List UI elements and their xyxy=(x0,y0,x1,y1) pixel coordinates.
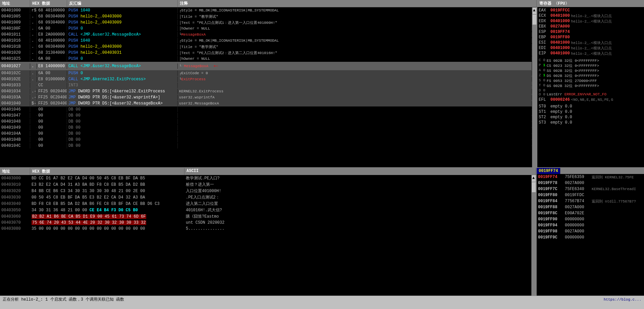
reg-desc-edi: hello-2_.<模块入口点 xyxy=(571,46,612,51)
cell-addr: 0040104B xyxy=(0,137,30,142)
table-row[interactable]: 00401049 00 DB 00 xyxy=(0,125,532,131)
cell-hex: 00 xyxy=(37,107,67,112)
cell-hex: 68 40100000 xyxy=(37,38,67,43)
table-row[interactable]: 0040104B 00 DB 00 xyxy=(0,137,532,143)
table-row[interactable]: 00401011 . E8 2A000000 CALL <JMP.&user32… xyxy=(0,32,532,38)
hex-ascii: 桩偿？进入第一 xyxy=(184,181,531,188)
reg-name-eip: EIP xyxy=(539,51,550,56)
table-row[interactable]: 00401048 00 DB 00 xyxy=(0,119,532,125)
table-row[interactable]: 00401047 00 DB 00 xyxy=(0,113,532,119)
table-row[interactable]: 0040104C 00 DB 00 xyxy=(0,143,532,149)
cell-comment: ┌Style = MB_OK|MB_ICONASTERISK|MB_SYSTEM… xyxy=(178,38,532,43)
table-row[interactable]: 00401033 CC INT3 xyxy=(0,82,532,88)
cell-disasm: DB 00 xyxy=(67,143,178,148)
table-row[interactable]: 00401040 $- FF25 08204000 JMP DWORD PTR … xyxy=(0,100,532,106)
reg-row-efl: EFL 00000246 <NO,NB,E,BE,NS,PE,G xyxy=(538,97,643,102)
list-item[interactable]: 00403000 BD CC D1 A7 B2 E2 CA D4 00 50 4… xyxy=(0,175,531,181)
list-item[interactable]: 00403010 E3 B2 E2 CA D4 31 A3 BA BD F8 C… xyxy=(0,181,531,188)
cell-dot: . xyxy=(30,63,37,69)
stack-row[interactable]: 0019FF94 00000000 xyxy=(537,222,644,228)
cell-dot xyxy=(30,121,37,122)
cell-comment: └ExitProcess xyxy=(178,77,532,82)
stack-val: 0019FFDC xyxy=(565,193,592,197)
table-row[interactable]: 00401020 . 68 31304000 PUSH hello-2_.004… xyxy=(0,50,532,56)
table-row[interactable]: 00401027 . E8 14000000 CALL <JMP.&user32… xyxy=(0,62,532,70)
fpu-st0-val: empty 0.0 xyxy=(550,104,572,109)
flag-o: O 0 xyxy=(539,92,545,96)
stack-row[interactable]: 0019FF84 77567B74 返回到 ntdll.77567B7? xyxy=(537,198,644,204)
cell-comment: user32.MessageBoxA xyxy=(178,101,532,106)
stack-row[interactable]: 0019FF80 0019FFDC xyxy=(537,192,644,198)
cell-disasm: CALL <JMP.&user32.MessageBoxA> xyxy=(67,32,178,37)
hex-addr: 00403050 xyxy=(0,208,30,213)
hex-col-hex: HEX 数据 xyxy=(30,168,184,175)
list-item[interactable]: 00403060 B2 B2 A1 B6 BE CA B5 D1 E9 00 4… xyxy=(0,213,531,220)
stack-addr: 0019FF90 xyxy=(538,217,565,222)
table-row[interactable]: 0040102E . E8 01000000 CALL <JMP.&kernel… xyxy=(0,76,532,82)
table-row[interactable]: 0040103A .- FF25 0C204000 JMP DWORD PTR … xyxy=(0,94,532,100)
disasm-scrollbar[interactable]: ▲ xyxy=(532,7,537,167)
cell-disasm: DB 00 xyxy=(67,119,178,124)
hex-data: E3 B2 E2 CA D4 31 A3 BA BD F8 C8 EB B5 D… xyxy=(30,182,184,187)
table-row[interactable]: 00401000 r$ 68 40100000 PUSH 1040 ┌Style… xyxy=(0,7,532,13)
cell-dot: . xyxy=(30,38,37,43)
list-item[interactable]: 00403070 75 6E 74 20 43 53 44 4E 20 32 3… xyxy=(0,220,531,226)
list-item[interactable]: 00403050 34 30 31 36 48 21 00 00 CE E4 B… xyxy=(0,207,531,213)
table-row[interactable]: 0040100F . 6A 00 PUSH 0 │hOwner = NULL xyxy=(0,26,532,32)
reg-row-eip: EIP 00401000 hello-2_.<模块入口点 xyxy=(538,51,643,56)
list-item[interactable]: 00403080 35 00 00 00 00 00 00 00 00 00 0… xyxy=(0,226,531,232)
table-row[interactable]: 0040102C . 6A 00 PUSH 0 ┌ExitCode = 0 xyxy=(0,70,532,76)
stack-row[interactable]: 0019FF7C 75FE6340 KERNEL32.BaseThreadI xyxy=(537,186,644,192)
hex-scrollbar[interactable]: ▲ xyxy=(531,175,536,296)
reg-row-eax: EAX 0019FFCC xyxy=(538,8,643,13)
cell-disasm: PUSH hello-2_.00403009 xyxy=(67,20,178,25)
reg-desc-efl: <NO,NB,E,BE,NS,PE,G xyxy=(571,98,613,102)
cell-addr: 0040104C xyxy=(0,143,30,148)
cell-comment xyxy=(178,145,532,146)
scrollbar-up-arrow[interactable]: ▲ xyxy=(533,8,537,14)
disasm-body-container: 00401000 r$ 68 40100000 PUSH 1040 ┌Style… xyxy=(0,7,537,167)
stack-addr: 0019FF98 xyxy=(538,229,565,234)
hex-col-ascii: ASCII xyxy=(184,168,536,175)
cell-dot: . xyxy=(30,20,37,25)
cell-addr: 00401011 xyxy=(0,32,30,37)
cell-disasm: DB 00 xyxy=(67,125,178,130)
cell-dot: . xyxy=(30,77,37,82)
table-row[interactable]: 00401005 . 68 00304000 PUSH hello-2_.004… xyxy=(0,13,532,19)
cell-comment: │hOwner = NULL xyxy=(178,26,532,31)
table-row[interactable]: 00401034 .- FF25 00204000 JMP DWORD PTR … xyxy=(0,88,532,94)
scrollbar-thumb[interactable] xyxy=(533,15,537,25)
stack-row[interactable]: 0019FF98 0027A000 xyxy=(537,228,644,234)
table-row[interactable]: 00401016 . 68 40100000 PUSH 1040 ┌Style … xyxy=(0,38,532,44)
cell-hex: 00 xyxy=(37,119,67,124)
stack-row[interactable]: 0019FF78 0027A000 xyxy=(537,180,644,186)
disasm-body[interactable]: 00401000 r$ 68 40100000 PUSH 1040 ┌Style… xyxy=(0,7,532,167)
list-item[interactable]: 00403030 00 50 45 C8 EB BF DA B5 E3 B2 E… xyxy=(0,194,531,201)
table-row[interactable]: 00401009 . 68 09304000 PUSH hello-2_.004… xyxy=(0,19,532,26)
hex-addr: 00403010 xyxy=(0,182,30,187)
stack-row[interactable]: 0019FF90 00000000 xyxy=(537,216,644,222)
stack-row[interactable]: 0019FF9C 00000000 xyxy=(537,234,644,240)
stack-row[interactable]: 0019FF88 0027A000 xyxy=(537,204,644,210)
cell-hex: CC xyxy=(37,83,67,88)
flags-row-3: A 0 SS 002B 32位 0<FFFFFFFF> xyxy=(539,68,643,73)
hex-scrollbar-up[interactable]: ▲ xyxy=(532,175,536,182)
reg-name-esp: ESP xyxy=(539,30,550,34)
table-row[interactable]: 00401046 00 DB 00 xyxy=(0,106,532,113)
stack-row[interactable]: 0019FF74 75FE6359 返回到 KERNEL32.75FE xyxy=(537,174,644,180)
table-row[interactable]: 0040104A 00 DB 00 xyxy=(0,131,532,137)
stack-val: 77567B74 xyxy=(565,199,592,204)
hex-body[interactable]: 00403000 BD CC D1 A7 B2 E2 CA D4 00 50 4… xyxy=(0,175,531,296)
table-row[interactable]: 0040101B . 68 00304000 PUSH hello-2_.004… xyxy=(0,44,532,50)
list-item[interactable]: 00403020 B4 BB CE B6 C3 34 30 31 30 30 3… xyxy=(0,188,531,194)
cell-comment: │hOwner = NULL xyxy=(178,56,532,61)
stack-row[interactable]: 0019FF8C E00A702E xyxy=(537,210,644,216)
cell-hex: FF25 00204000 xyxy=(37,89,67,94)
hex-scrollbar-thumb[interactable] xyxy=(532,182,536,192)
flag-es-label: ES 002B 32位 0<FFFFFFFF> xyxy=(547,58,599,63)
list-item[interactable]: 00403040 BD F8 C8 EB B5 DA D2 BA B6 FE C… xyxy=(0,201,531,207)
table-row[interactable]: 00401025 . 6A 00 PUSH 0 │hOwner = NULL xyxy=(0,56,532,62)
cell-comment xyxy=(178,85,532,86)
cell-dot: . xyxy=(30,50,37,55)
cell-hex: 68 00304000 xyxy=(37,14,67,19)
